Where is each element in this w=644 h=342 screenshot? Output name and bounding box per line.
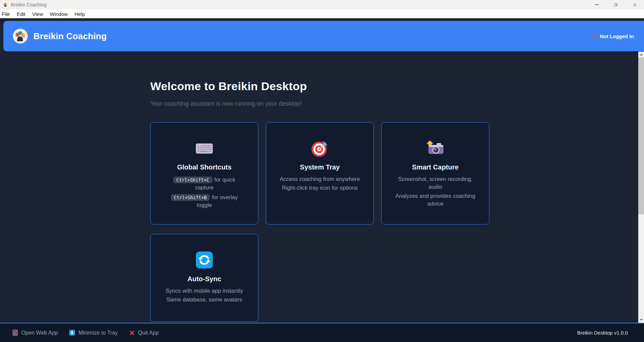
app-logo-icon <box>3 2 8 7</box>
card-line: Analyzes and provides coaching advice <box>391 192 480 208</box>
titlebar: Breikin Coaching <box>0 0 644 9</box>
menu-help[interactable]: Help <box>71 11 88 17</box>
minimize-to-tray-button[interactable]: Minimize to Tray <box>69 330 118 336</box>
status-dot-icon <box>593 34 597 38</box>
feature-cards-grid: Global Shortcuts Ctrl+Shift+Cfor quick c… <box>150 122 490 322</box>
card-body: Screenshot, screen recording, audio Anal… <box>391 174 480 209</box>
card-line: Same database, same avatars <box>165 296 243 304</box>
page-title: Welcome to Breikin Desktop <box>150 80 307 93</box>
shortcut-line: Ctrl+Shift+Bfor overlay toggle <box>166 193 243 209</box>
menu-file[interactable]: File <box>0 11 13 17</box>
card-title: Smart Capture <box>412 163 459 171</box>
kbd-chip: Ctrl+Shift+C <box>173 177 212 183</box>
card-title: Auto-Sync <box>187 275 221 283</box>
kbd-chip: Ctrl+Shift+B <box>171 194 210 201</box>
menu-edit[interactable]: Edit <box>13 11 29 17</box>
app-header: Breikin Coaching Not Logged In <box>3 21 644 51</box>
minimize-icon <box>595 4 599 5</box>
feature-card-system-tray: System Tray Access coaching from anywher… <box>266 122 374 225</box>
minimize-button[interactable] <box>587 0 606 9</box>
card-line: Access coaching from anywhere <box>280 175 360 183</box>
quit-icon <box>129 330 135 336</box>
scroll-down-icon <box>640 319 643 321</box>
login-status[interactable]: Not Logged In <box>593 33 634 39</box>
version-label: Breikin Desktop v1.0.0 <box>577 330 628 336</box>
card-title: Global Shortcuts <box>177 163 231 171</box>
restore-button[interactable] <box>606 0 625 9</box>
card-body: Access coaching from anywhere Right-clic… <box>280 174 360 193</box>
card-line: Syncs with mobile app instantly <box>165 287 243 295</box>
feature-card-smart-capture: Smart Capture Screenshot, screen recordi… <box>381 122 489 225</box>
card-body: Ctrl+Shift+Cfor quick capture Ctrl+Shift… <box>166 174 243 211</box>
menu-view[interactable]: View <box>29 11 46 17</box>
app-content-area: Breikin Coaching Not Logged In Welcome t… <box>0 18 644 342</box>
open-web-app-label: Open Web App <box>21 330 58 336</box>
app-window: { "window": { "title": "Breikin Coaching… <box>0 0 644 342</box>
minimize-to-tray-label: Minimize to Tray <box>78 330 118 336</box>
card-line: Screenshot, screen recording, audio <box>391 175 480 191</box>
close-icon <box>633 3 637 7</box>
tray-minimize-icon <box>69 330 75 336</box>
scroll-down-button[interactable] <box>638 317 644 323</box>
card-body: Syncs with mobile app instantly Same dat… <box>165 286 243 305</box>
menubar: File Edit View Window Help <box>0 9 644 18</box>
open-web-app-button[interactable]: Open Web App <box>12 330 58 336</box>
page-subtitle: Your coaching assistant is now running o… <box>150 100 302 107</box>
vertical-scrollbar[interactable] <box>638 52 644 323</box>
keyboard-icon <box>195 138 213 158</box>
camera-icon <box>426 138 445 158</box>
header-app-title: Breikin Coaching <box>33 31 107 42</box>
quit-app-button[interactable]: Quit App <box>129 330 159 336</box>
login-status-label: Not Logged In <box>600 33 634 39</box>
web-app-icon <box>12 330 18 336</box>
card-title: System Tray <box>300 163 340 171</box>
window-title: Breikin Coaching <box>11 2 47 7</box>
scroll-up-button[interactable] <box>638 52 644 57</box>
target-icon <box>310 138 329 158</box>
breikin-logo-icon <box>13 29 28 44</box>
feature-card-global-shortcuts: Global Shortcuts Ctrl+Shift+Cfor quick c… <box>150 122 258 225</box>
feature-card-auto-sync: Auto-Sync Syncs with mobile app instantl… <box>150 234 258 322</box>
restore-icon <box>614 3 618 7</box>
menu-window[interactable]: Window <box>46 11 71 17</box>
scrollbar-thumb[interactable] <box>638 57 644 214</box>
footer-bar: Open Web App Minimize to Tray Quit App B… <box>0 323 644 342</box>
sync-icon <box>196 250 213 270</box>
close-button[interactable] <box>625 0 644 9</box>
quit-app-label: Quit App <box>138 330 159 336</box>
card-line: Right-click tray icon for options <box>280 184 360 192</box>
shortcut-line: Ctrl+Shift+Cfor quick capture <box>166 176 243 192</box>
scroll-up-icon <box>640 54 643 55</box>
